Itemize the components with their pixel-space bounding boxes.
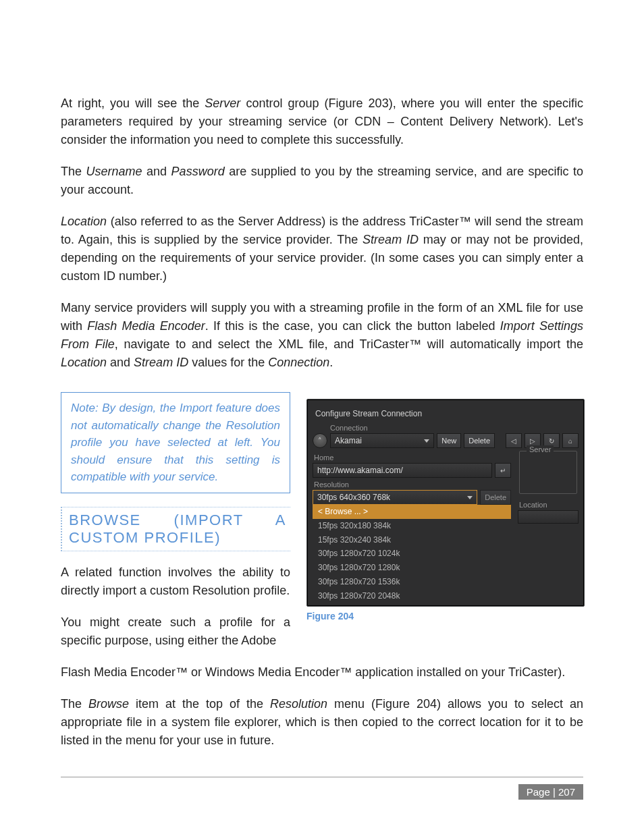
home-url-value: http://www.akamai.com/ — [317, 464, 403, 477]
delete-connection-button[interactable]: Delete — [464, 433, 495, 448]
text: The — [61, 165, 86, 178]
menu-item[interactable]: 30fps 1280x720 1024k — [313, 547, 511, 561]
location-label: Location — [518, 498, 579, 510]
paragraph-4: Many service providers will supply you w… — [61, 299, 583, 372]
paragraph-1: At right, you will see the Server contro… — [61, 94, 583, 149]
term-server: Server — [205, 96, 240, 110]
term-resolution: Resolution — [192, 584, 250, 597]
text: . If this is the case, you can click the… — [205, 319, 500, 333]
collapse-icon[interactable]: ˄ — [313, 433, 327, 448]
term-location: Location — [61, 215, 107, 228]
paragraph-6a: You might create such a profile for a sp… — [61, 613, 290, 650]
figure-204-screenshot: Configure Stream Connection Connection ˄… — [306, 399, 585, 607]
paragraph-2: The Username and Password are supplied t… — [61, 163, 583, 199]
home-url-field[interactable]: http://www.akamai.com/ — [313, 463, 492, 478]
new-button[interactable]: New — [437, 433, 461, 448]
resolution-label: Resolution — [313, 478, 511, 490]
term-location: Location — [61, 356, 107, 369]
term-resolution: Resolution — [270, 697, 327, 711]
location-field[interactable] — [518, 510, 579, 524]
text: and — [142, 165, 171, 178]
home-label: Home — [313, 451, 511, 463]
text: . — [329, 356, 333, 369]
text: At right, you will see the — [61, 96, 205, 110]
connection-label: Connection — [313, 421, 579, 433]
chevron-down-icon — [467, 496, 473, 499]
paragraph-3: Location (also referred to as the Server… — [61, 213, 583, 285]
connection-select[interactable]: Akamai — [330, 433, 434, 448]
text: and — [107, 356, 134, 369]
text: item at the top of the — [129, 697, 270, 711]
resolution-value: 30fps 640x360 768k — [317, 491, 390, 504]
term-fme: Flash Media Encoder — [87, 319, 205, 333]
home-icon[interactable]: ⌂ — [562, 433, 579, 448]
back-icon[interactable]: ◁ — [506, 433, 522, 448]
server-group-label: Server — [527, 445, 554, 453]
term-browse: Browse — [88, 697, 129, 711]
heading-browse: BROWSE (IMPORT A CUSTOM PROFILE) — [61, 507, 290, 551]
paragraph-5: A related function involves the ability … — [61, 563, 290, 600]
text: , navigate to and select the XML file, a… — [115, 337, 583, 351]
figure-caption: Figure 204 — [306, 611, 583, 622]
document-page: At right, you will see the Server contro… — [0, 0, 644, 828]
term-stream-id: Stream ID — [134, 356, 188, 369]
menu-item[interactable]: 30fps 1280x720 2048k — [313, 589, 511, 603]
page-number: Page | 207 — [518, 784, 583, 800]
term-stream-id: Stream ID — [363, 233, 419, 246]
go-icon[interactable] — [495, 463, 511, 478]
menu-item-browse[interactable]: < Browse ... > — [313, 505, 511, 519]
paragraph-7: The Browse item at the top of the Resolu… — [61, 695, 583, 750]
chevron-down-icon — [424, 439, 429, 443]
term-username: Username — [86, 165, 142, 178]
resolution-menu: < Browse ... > 15fps 320x180 384k 15fps … — [313, 505, 511, 603]
text: values for the — [188, 356, 268, 369]
delete-resolution-button[interactable]: Delete — [480, 490, 511, 505]
menu-item[interactable]: 30fps 1280x720 1280k — [313, 561, 511, 575]
connection-value: Akamai — [335, 434, 362, 447]
note-box: Note: By design, the Import feature does… — [61, 392, 290, 493]
menu-item[interactable]: 30fps 1280x720 1536k — [313, 575, 511, 589]
term-password: Password — [171, 165, 225, 178]
menu-item[interactable]: 15fps 320x240 384k — [313, 533, 511, 547]
footer-divider — [61, 777, 583, 777]
resolution-select[interactable]: 30fps 640x360 768k — [313, 490, 477, 505]
term-connection: Connection — [268, 356, 329, 369]
window-title: Configure Stream Connection — [313, 405, 579, 420]
text: The — [61, 697, 88, 711]
text: profile. — [250, 584, 290, 597]
menu-item[interactable]: 15fps 320x180 384k — [313, 519, 511, 533]
paragraph-6b: Flash Media Encoder™ or Windows Media En… — [61, 663, 583, 682]
